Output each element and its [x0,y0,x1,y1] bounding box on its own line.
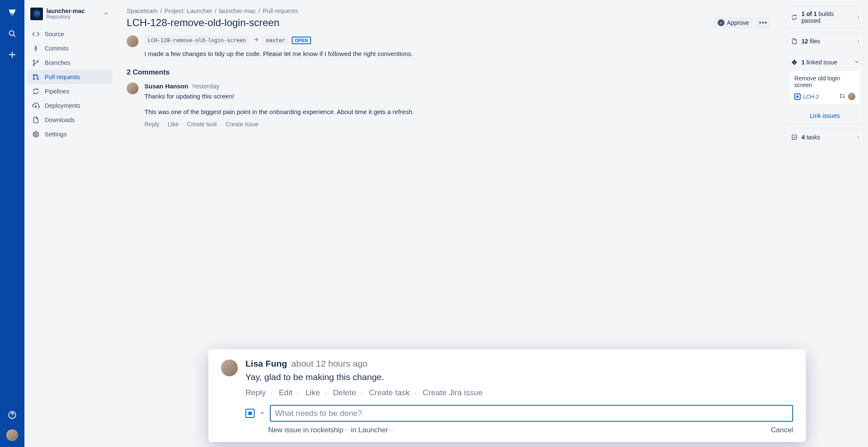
breadcrumb-item[interactable]: Project: Launcher [164,8,212,14]
comment: Susan Hanson Yesterday Thanks for updati… [127,82,770,128]
approve-button[interactable]: ✓ Approve [714,17,753,28]
linked-issue-key: LCH-2 [803,93,837,100]
repo-logo-icon [30,8,43,20]
builds-icon [791,13,798,21]
repo-switcher[interactable]: launcher-mac Repository [27,5,112,21]
link-issues-button[interactable]: Link issues [786,108,863,124]
create-task-action[interactable]: Create task [369,388,410,397]
author-avatar [127,35,138,47]
sidebar-item-label: Source [45,31,64,37]
project-picker[interactable]: rocketship [311,426,343,434]
edit-action[interactable]: Edit [279,388,293,397]
builds-count: 1 of 1 [801,11,817,17]
comment-time: about 12 hours ago [291,359,367,368]
builds-summary[interactable]: 1 of 1 builds passed › [786,6,863,28]
target-branch[interactable]: master [263,35,288,45]
comment-body: This was one of the biggest pain point i… [144,107,414,117]
svg-point-3 [35,48,37,50]
svg-point-7 [33,74,35,76]
svg-point-11 [840,94,841,95]
comment-avatar [221,359,238,376]
breadcrumb-item[interactable]: Pull requests [263,8,298,14]
reply-action[interactable]: Reply [144,121,160,128]
pull-request-icon [839,93,845,100]
tasks-text: tasks [805,134,820,141]
approve-label: Approve [727,19,749,26]
commit-icon [32,45,40,52]
download-icon [32,116,40,124]
sidebar-item-downloads[interactable]: Downloads [27,113,112,127]
source-branch[interactable]: LCH-128-remove-old-login-screen [144,35,249,45]
svg-point-9 [37,78,38,80]
breadcrumbs: Spaceteam / Project: Launcher / launcher… [127,8,770,14]
issue-type-picker[interactable] [245,409,255,418]
pull-request-icon [32,73,40,81]
branch-icon [32,59,40,67]
create-icon[interactable] [5,48,19,61]
sidebar-item-deployments[interactable]: Deployments [27,98,112,113]
linked-issue-card[interactable]: Remove old login screen LCH-2 [790,70,860,105]
comment-time: Yesterday [192,82,219,90]
tasks-count: 4 [801,134,805,141]
comment-author[interactable]: Lisa Fung [245,359,287,368]
repo-sidebar: launcher-mac Repository Source Commits B… [24,0,115,447]
pipelines-icon [32,88,40,95]
sidebar-item-pipelines[interactable]: Pipelines [27,84,112,98]
pr-title: LCH-128-remove-old-login-screen [127,17,280,29]
comment-author[interactable]: Susan Hanson [144,82,188,90]
repo-name: launcher-mac [46,8,85,14]
comment-body: Thanks for updating this screen! [144,91,414,101]
file-icon [791,37,798,45]
issue-summary-input[interactable] [270,405,793,422]
create-jira-issue-action[interactable]: Create Jira issue [423,388,483,397]
sidebar-item-branches[interactable]: Branches [27,56,112,70]
chevron-right-icon: › [857,14,859,20]
sidebar-item-pull-requests[interactable]: Pull requests [27,70,112,84]
linked-issue-title: Remove old login screen [794,75,855,88]
svg-point-8 [33,78,35,80]
product-logo-icon[interactable] [5,6,19,19]
comment-body: Yay, glad to be making this change. [245,372,793,382]
sidebar-item-commits[interactable]: Commits [27,41,112,56]
tasks-summary[interactable]: 4 tasks › [786,129,863,145]
linked-count: 1 [801,59,805,66]
comment-actions: Reply· Like· Create task· Create issue [144,121,414,128]
chevron-down-icon [854,59,859,66]
more-actions-button[interactable]: ••• [756,17,770,29]
files-summary[interactable]: 12 files › [786,33,863,49]
cancel-button[interactable]: Cancel [771,426,793,434]
breadcrumb-item[interactable]: launcher-mac [219,8,256,14]
svg-rect-14 [792,135,797,140]
create-task-action[interactable]: Create task [187,121,217,128]
repo-type: Repository [46,14,85,20]
space-picker[interactable]: Launcher [358,426,388,434]
assignee-avatar [848,93,855,100]
svg-point-10 [35,133,37,136]
reply-action[interactable]: Reply [245,388,266,397]
pr-description: I made a few changes to tidy up the code… [144,49,413,59]
sidebar-item-source[interactable]: Source [27,27,112,41]
search-icon[interactable] [5,27,19,40]
linked-issues-summary[interactable]: 1 linked issue [786,54,863,70]
help-icon[interactable] [5,408,19,422]
chevron-down-icon[interactable] [260,410,265,417]
svg-point-12 [840,97,841,98]
main-area: Spaceteam / Project: Launcher / launcher… [115,0,868,447]
files-text: files [808,38,820,45]
global-nav-rail [0,0,24,447]
check-circle-icon: ✓ [718,19,724,26]
svg-point-13 [843,97,844,98]
svg-point-6 [37,61,38,62]
delete-action[interactable]: Delete [333,388,356,397]
code-icon [32,30,40,38]
sidebar-item-settings[interactable]: Settings [27,127,112,141]
chevron-down-icon [103,11,109,18]
sidebar-item-label: Commits [45,45,69,52]
create-issue-action[interactable]: Create issue [225,121,258,128]
tasks-icon [791,133,798,141]
comments-heading: 2 Comments [127,68,770,77]
breadcrumb-item[interactable]: Spaceteam [127,8,157,14]
profile-avatar[interactable] [6,429,18,441]
like-action[interactable]: Like [168,121,179,128]
like-action[interactable]: Like [305,388,320,397]
